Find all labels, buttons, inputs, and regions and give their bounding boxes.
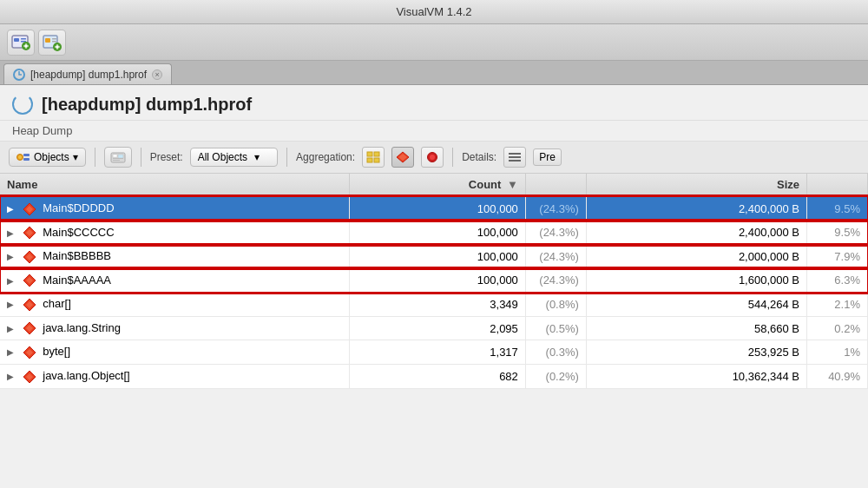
cell-count: 1,317 [349, 340, 525, 365]
objects-label: Objects [34, 151, 69, 163]
app-title: VisualVM 1.4.2 [396, 5, 471, 18]
cell-size: 2,400,000 B [586, 196, 806, 221]
add-connection-button[interactable] [7, 30, 35, 56]
subtitle-bar: Heap Dump [0, 121, 868, 142]
svg-rect-28 [367, 158, 372, 162]
cell-name: ▶ java.lang.Object[] [0, 364, 349, 388]
details-label: Details: [462, 151, 496, 163]
cell-count-pct: (24.3%) [525, 245, 586, 269]
svg-rect-20 [23, 158, 30, 161]
aggregation-label: Aggregation: [296, 151, 355, 163]
col-size[interactable]: Size [586, 174, 806, 196]
svg-rect-36 [509, 160, 521, 162]
title-bar: VisualVM 1.4.2 [0, 0, 868, 24]
screenshot-button[interactable] [104, 147, 132, 168]
cell-name: ▶ byte[] [0, 340, 349, 365]
table-row[interactable]: ▶ Main$CCCCC 100,000 (24.3%) 2,400,000 B… [0, 221, 868, 245]
cell-count-pct: (0.2%) [525, 364, 586, 388]
cell-size-pct: 0.2% [807, 316, 868, 340]
pre-label: Pre [539, 151, 556, 163]
cell-size: 10,362,344 B [586, 364, 806, 388]
agg-circle-button[interactable] [421, 147, 444, 168]
cell-size-pct: 2.1% [807, 293, 868, 317]
heap-dump-button[interactable] [38, 30, 66, 56]
separator-1 [95, 148, 95, 167]
table-row[interactable]: ▶ char[] 3,349 (0.8%) 544,264 B 2.1% [0, 293, 868, 317]
cell-size: 544,264 B [586, 293, 806, 317]
cell-name: ▶ Main$DDDDD [0, 196, 349, 221]
agg-circle-icon [425, 151, 439, 163]
table-row[interactable]: ▶ java.lang.Object[] 682 (0.2%) 10,362,3… [0, 364, 868, 388]
table-container: Name Count ▼ Size ▶ Main$DDDDD 100,000 (… [0, 174, 868, 488]
tab-close-button[interactable]: × [152, 69, 162, 80]
objects-dropdown-arrow: ▾ [73, 151, 78, 163]
svg-rect-25 [118, 155, 123, 158]
cell-count: 3,349 [349, 293, 525, 317]
cell-count: 100,000 [349, 245, 525, 269]
cell-size-pct: 6.3% [807, 268, 868, 293]
cell-count-pct: (24.3%) [525, 221, 586, 245]
table-row[interactable]: ▶ java.lang.String 2,095 (0.5%) 58,660 B… [0, 316, 868, 340]
cell-count-pct: (24.3%) [525, 268, 586, 293]
cell-size-pct: 9.5% [807, 221, 868, 245]
svg-rect-34 [509, 153, 521, 155]
separator-4 [452, 148, 453, 167]
table-header-row: Name Count ▼ Size [0, 174, 868, 196]
cell-count-pct: (0.8%) [525, 293, 586, 317]
page-title: [heapdump] dump1.hprof [42, 95, 252, 115]
svg-rect-1 [14, 38, 19, 42]
cell-name: ▶ Main$CCCCC [0, 221, 349, 245]
details-list-icon [508, 151, 522, 163]
col-size-pct [807, 174, 868, 196]
table-row[interactable]: ▶ Main$BBBBB 100,000 (24.3%) 2,000,000 B… [0, 245, 868, 269]
col-count[interactable]: Count ▼ [349, 174, 525, 196]
cell-size: 2,000,000 B [586, 245, 806, 269]
controls-bar: Objects ▾ Preset: All Objects ▾ Aggregat… [0, 142, 868, 174]
table-row[interactable]: ▶ Main$DDDDD 100,000 (24.3%) 2,400,000 B… [0, 196, 868, 221]
loading-icon [12, 94, 33, 115]
svg-rect-24 [113, 160, 120, 161]
col-count-pct [525, 174, 586, 196]
objects-button[interactable]: Objects ▾ [9, 148, 86, 167]
cell-count: 100,000 [349, 221, 525, 245]
agg-diamond-icon [396, 151, 410, 163]
pre-button[interactable]: Pre [533, 148, 562, 166]
tab-label: [heapdump] dump1.hprof [30, 69, 147, 81]
svg-rect-9 [45, 38, 50, 43]
cell-count-pct: (0.5%) [525, 316, 586, 340]
separator-3 [286, 148, 287, 167]
details-list-button[interactable] [503, 147, 526, 168]
table-row[interactable]: ▶ byte[] 1,317 (0.3%) 253,925 B 1% [0, 340, 868, 365]
screenshot-icon [110, 150, 126, 164]
subtitle-text: Heap Dump [12, 124, 72, 137]
cell-name: ▶ java.lang.String [0, 316, 349, 340]
svg-rect-27 [374, 152, 379, 156]
agg-grid-button[interactable] [362, 147, 385, 168]
preset-arrow: ▾ [254, 151, 260, 163]
cell-count: 100,000 [349, 196, 525, 221]
separator-2 [141, 148, 141, 167]
heapdump-tab[interactable]: [heapdump] dump1.hprof × [3, 63, 172, 84]
cell-count: 2,095 [349, 316, 525, 340]
svg-rect-10 [52, 38, 56, 40]
cell-size: 253,925 B [586, 340, 806, 365]
preset-value: All Objects [198, 151, 247, 163]
table-row[interactable]: ▶ Main$AAAAA 100,000 (24.3%) 1,600,000 B… [0, 268, 868, 293]
svg-rect-11 [52, 41, 56, 43]
preset-dropdown[interactable]: All Objects ▾ [190, 148, 278, 167]
cell-count: 682 [349, 364, 525, 388]
tab-icon [13, 69, 25, 81]
cell-size-pct: 1% [807, 340, 868, 365]
svg-rect-22 [113, 155, 117, 157]
agg-diamond-button[interactable] [391, 147, 414, 168]
toolbar [0, 24, 868, 61]
svg-point-18 [18, 155, 22, 159]
objects-table: Name Count ▼ Size ▶ Main$DDDDD 100,000 (… [0, 174, 868, 389]
cell-size: 2,400,000 B [586, 221, 806, 245]
preset-label: Preset: [150, 151, 183, 163]
cell-count-pct: (24.3%) [525, 196, 586, 221]
svg-rect-29 [374, 158, 379, 162]
cell-size-pct: 9.5% [807, 196, 868, 221]
col-name[interactable]: Name [0, 174, 349, 196]
svg-rect-2 [21, 38, 26, 40]
